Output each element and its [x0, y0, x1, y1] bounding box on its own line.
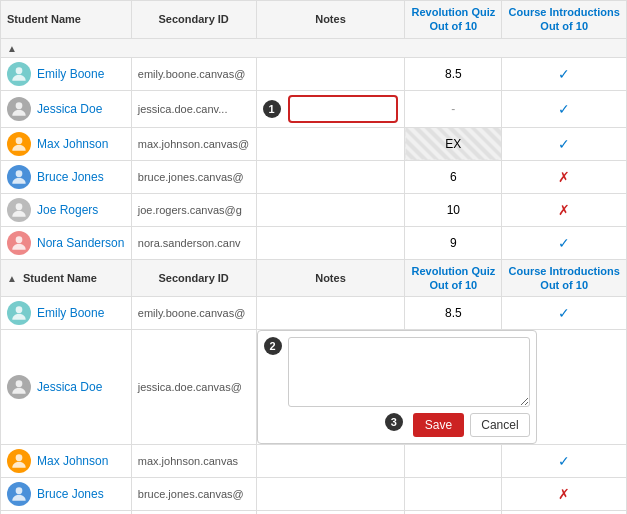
course-intro-cell: ✓	[502, 226, 627, 259]
student-name-link[interactable]: Joe Rogers	[37, 203, 98, 217]
score-cell	[405, 478, 502, 511]
section2-header-row: ▲ Student Name Secondary ID Notes Revolu…	[1, 259, 627, 297]
checkmark-icon: ✓	[558, 235, 570, 251]
table-row: Emily Boone emily.boone.canvas@ 8.5 ✓	[1, 57, 627, 90]
notes-textarea-container: 2 3 Save Cancel	[257, 330, 537, 444]
crossmark-icon: ✗	[558, 169, 570, 185]
student-name-cell: Max Johnson	[1, 127, 132, 160]
avatar	[7, 375, 31, 399]
table-row: Joe Rogers joe.rogers.canvas@g 10 ✗	[1, 193, 627, 226]
crossmark-icon: ✗	[558, 202, 570, 218]
table-row: Jessica Doe jessica.doe.canv... 1 - ✓	[1, 90, 627, 127]
secondary-id-cell: bruce.jones.canvas@	[131, 478, 256, 511]
secondary-id-cell: emily.boone.canvas@	[131, 297, 256, 330]
notes-cell	[256, 445, 405, 478]
notes-cell	[256, 297, 405, 330]
svg-point-3	[16, 170, 23, 177]
notes-actions: 3 Save Cancel	[264, 413, 530, 437]
secondary-id-cell: bruce.jones.canvas@	[131, 160, 256, 193]
svg-point-0	[16, 67, 23, 74]
notes-textarea-cell: 2 3 Save Cancel	[256, 330, 626, 445]
score-cell: 6	[405, 160, 502, 193]
course-intro-cell: ✗	[502, 478, 627, 511]
notes-cell-editing: 1	[256, 90, 405, 127]
notes-input[interactable]	[288, 95, 398, 123]
student-name-link[interactable]: Max Johnson	[37, 137, 108, 151]
checkmark-icon: ✓	[558, 453, 570, 469]
student-name-link[interactable]: Emily Boone	[37, 67, 104, 81]
cancel-button[interactable]: Cancel	[470, 413, 529, 437]
secondary-id-cell: max.johnson.canvas@	[131, 127, 256, 160]
student-name-cell: Max Johnson	[1, 445, 132, 478]
course-intro-cell: ✗	[502, 160, 627, 193]
save-button[interactable]: Save	[413, 413, 464, 437]
student-name-link[interactable]: Bruce Jones	[37, 170, 104, 184]
avatar	[7, 62, 31, 86]
notes-cell	[256, 226, 405, 259]
course-intro-cell: ✗	[502, 193, 627, 226]
avatar	[7, 482, 31, 506]
student-name-cell: Joe Rogers	[1, 193, 132, 226]
secondary-id-cell: jessica.doe.canv...	[131, 90, 256, 127]
section2-collapse-arrow[interactable]: ▲	[7, 273, 17, 284]
student-name-link[interactable]: Bruce Jones	[37, 487, 104, 501]
student-name-cell: Bruce Jones	[1, 160, 132, 193]
table-row: Emily Boone emily.boone.canvas@ 8.5 ✓	[1, 297, 627, 330]
section1-collapse-row: ▲	[1, 38, 627, 57]
student-name-link[interactable]: Max Johnson	[37, 454, 108, 468]
svg-point-9	[16, 488, 23, 495]
student-name-link[interactable]: Nora Sanderson	[37, 236, 124, 250]
avatar	[7, 231, 31, 255]
student-name-cell: Bruce Jones	[1, 478, 132, 511]
svg-point-5	[16, 236, 23, 243]
crossmark-icon: ✗	[558, 486, 570, 502]
table-row: Max Johnson max.johnson.canvas ✓	[1, 445, 627, 478]
student-name-col-header: Student Name	[1, 1, 132, 39]
gradebook-table: Student Name Secondary ID Notes Revoluti…	[0, 0, 627, 514]
checkmark-icon: ✓	[558, 136, 570, 152]
notes-cell	[256, 160, 405, 193]
secondary-id-col-header: Secondary ID	[131, 1, 256, 39]
step-badge-2: 2	[264, 337, 282, 355]
notes-cell	[256, 127, 405, 160]
student-name-link[interactable]: Emily Boone	[37, 306, 104, 320]
course-intro-cell: ✓	[502, 57, 627, 90]
secondary-id-cell: nora.sanderson.canv	[131, 226, 256, 259]
student-name-cell: Emily Boone	[1, 297, 132, 330]
step-badge-3: 3	[385, 413, 403, 431]
score-cell: 10	[405, 193, 502, 226]
section1-collapse-arrow[interactable]: ▲	[7, 43, 17, 54]
notes-cell	[256, 193, 405, 226]
notes-col-header: Notes	[256, 1, 405, 39]
notes-cell	[256, 57, 405, 90]
notes-cell	[256, 478, 405, 511]
secondary-id-cell: emily.boone.canvas@	[131, 57, 256, 90]
score-cell: 8.5	[405, 57, 502, 90]
secondary-id-cell: jessica.doe.canvas@	[131, 330, 256, 445]
student-name-link[interactable]: Jessica Doe	[37, 102, 102, 116]
svg-point-1	[16, 102, 23, 109]
course-intro-cell: ✓	[502, 445, 627, 478]
svg-point-6	[16, 307, 23, 314]
svg-point-2	[16, 137, 23, 144]
svg-point-4	[16, 203, 23, 210]
student-name-cell: Nora Sanderson	[1, 226, 132, 259]
table-row: Max Johnson max.johnson.canvas@ EX ✓	[1, 127, 627, 160]
avatar	[7, 449, 31, 473]
avatar	[7, 301, 31, 325]
checkmark-icon: ✓	[558, 101, 570, 117]
secondary-id-cell: max.johnson.canvas	[131, 445, 256, 478]
svg-point-8	[16, 455, 23, 462]
score-cell: -	[405, 90, 502, 127]
score-cell	[405, 445, 502, 478]
course-intro-cell: ✓	[502, 297, 627, 330]
avatar	[7, 165, 31, 189]
checkmark-icon: ✓	[558, 305, 570, 321]
notes-textarea[interactable]	[288, 337, 530, 407]
student-name-link[interactable]: Jessica Doe	[37, 380, 102, 394]
avatar	[7, 198, 31, 222]
table-row: Bruce Jones bruce.jones.canvas@ ✗	[1, 478, 627, 511]
table-row: Jessica Doe jessica.doe.canvas@ 2 3 Save…	[1, 330, 627, 445]
course-intro-cell: ✓	[502, 127, 627, 160]
table-row: Nora Sanderson nora.sanderson.canv 9 ✓	[1, 226, 627, 259]
